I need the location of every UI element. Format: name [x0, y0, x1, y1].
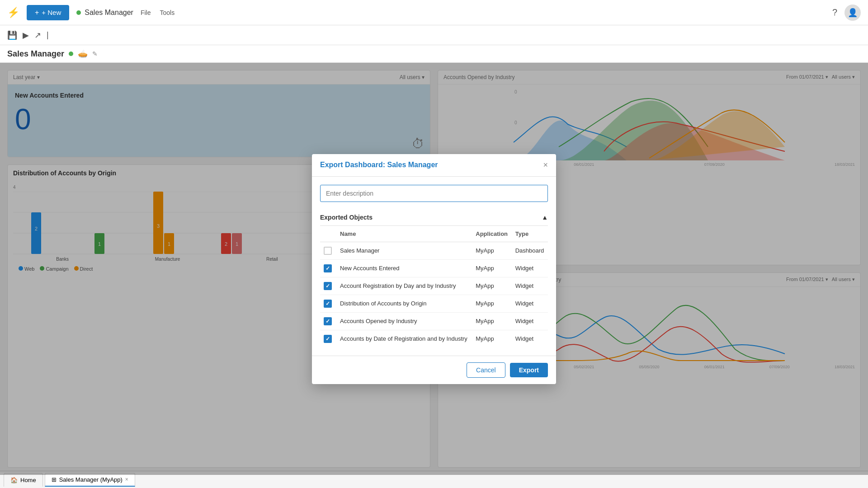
- dashboard-name: Sales Manager: [85, 9, 133, 17]
- object-type: Dashboard: [512, 242, 548, 259]
- tab-app-icon: ⊞: [52, 476, 57, 483]
- topbar: ⚡ + + New Sales Manager File Tools ? 👤: [0, 0, 868, 25]
- page-status-dot: [69, 52, 73, 56]
- object-checkbox-4[interactable]: [324, 317, 332, 325]
- logo-icon: ⚡: [7, 7, 19, 19]
- toolbar2: 💾 ▶ ↗ |: [0, 25, 868, 45]
- tab-close-icon[interactable]: ×: [125, 476, 128, 483]
- object-name: Account Registration by Day and by Indus…: [336, 277, 472, 295]
- object-application: MyApp: [472, 330, 511, 347]
- new-button[interactable]: + + New: [27, 5, 69, 20]
- nav-menu: File Tools: [141, 9, 175, 16]
- object-type: Widget: [512, 259, 548, 277]
- tools-menu[interactable]: Tools: [160, 9, 175, 16]
- save-icon[interactable]: 💾: [7, 30, 17, 40]
- main-grid: Last year ▾ All users ▾ New Accounts Ent…: [0, 63, 868, 475]
- col-application: Application: [472, 226, 511, 242]
- object-name: Accounts by Date of Registration and by …: [336, 330, 472, 347]
- modal-body: Exported Objects ▲ Name Application Type: [312, 177, 556, 356]
- object-application: MyApp: [472, 277, 511, 295]
- object-type: Widget: [512, 312, 548, 330]
- object-checkbox-1[interactable]: [324, 264, 332, 272]
- export-button[interactable]: Export: [510, 363, 548, 377]
- table-row: Distribution of Accounts by OriginMyAppW…: [320, 295, 548, 312]
- pie-chart-icon: 🥧: [78, 49, 88, 59]
- table-row: Sales ManagerMyAppDashboard: [320, 242, 548, 259]
- modal-title: Export Dashboard: Sales Manager: [320, 161, 438, 169]
- object-application: MyApp: [472, 242, 511, 259]
- object-name: New Accounts Entered: [336, 259, 472, 277]
- modal-header: Export Dashboard: Sales Manager ×: [312, 154, 556, 177]
- modal-overlay: Export Dashboard: Sales Manager × Export…: [0, 63, 868, 475]
- page-title: Sales Manager: [7, 49, 64, 59]
- object-application: MyApp: [472, 259, 511, 277]
- exported-objects-header: Exported Objects ▲: [320, 209, 548, 226]
- home-icon: 🏠: [10, 477, 18, 483]
- topbar-right: ? 👤: [832, 5, 861, 21]
- exported-objects-label: Exported Objects: [320, 214, 373, 221]
- objects-table: Name Application Type Sales ManagerMyApp…: [320, 226, 548, 347]
- object-name: Distribution of Accounts by Origin: [336, 295, 472, 312]
- col-type: Type: [512, 226, 548, 242]
- tab-home-label: Home: [20, 477, 36, 483]
- object-checkbox-3[interactable]: [324, 300, 332, 308]
- status-dot: [76, 10, 81, 15]
- modal-close-button[interactable]: ×: [543, 160, 548, 170]
- tab-home[interactable]: 🏠 Home: [4, 473, 43, 487]
- object-checkbox-5[interactable]: [324, 335, 332, 343]
- object-application: MyApp: [472, 312, 511, 330]
- new-label: + New: [42, 9, 61, 16]
- object-type: Widget: [512, 330, 548, 347]
- object-name: Sales Manager: [336, 242, 472, 259]
- chevron-up-icon[interactable]: ▲: [542, 214, 548, 221]
- edit-icon: ✎: [92, 50, 98, 57]
- description-input[interactable]: [320, 185, 548, 202]
- object-name: Accounts Opened by Industry: [336, 312, 472, 330]
- file-menu[interactable]: File: [141, 9, 151, 16]
- object-checkbox-0[interactable]: [324, 247, 332, 255]
- object-type: Widget: [512, 277, 548, 295]
- dashboard-title-header: Sales Manager: [76, 9, 133, 17]
- tab-sales-manager[interactable]: ⊞ Sales Manager (MyApp) ×: [45, 473, 135, 487]
- table-row: Accounts Opened by IndustryMyAppWidget: [320, 312, 548, 330]
- object-type: Widget: [512, 295, 548, 312]
- page-title-bar: Sales Manager 🥧 ✎: [0, 45, 868, 63]
- col-name: Name: [336, 226, 472, 242]
- table-row: Account Registration by Day and by Indus…: [320, 277, 548, 295]
- cancel-button[interactable]: Cancel: [467, 362, 505, 378]
- export-icon[interactable]: ↗: [34, 30, 41, 40]
- modal-footer: Cancel Export: [312, 356, 556, 384]
- export-modal: Export Dashboard: Sales Manager × Export…: [312, 154, 556, 384]
- col-checkbox: [320, 226, 336, 242]
- play-icon[interactable]: ▶: [23, 30, 29, 40]
- table-row: New Accounts EnteredMyAppWidget: [320, 259, 548, 277]
- exported-objects-section: Exported Objects ▲ Name Application Type: [320, 209, 548, 347]
- avatar: 👤: [844, 5, 861, 21]
- object-checkbox-2[interactable]: [324, 282, 332, 290]
- help-icon[interactable]: ?: [832, 7, 837, 18]
- plus-icon: +: [35, 9, 39, 17]
- tab-sales-label: Sales Manager (MyApp): [59, 476, 123, 483]
- separator: |: [47, 30, 49, 40]
- object-application: MyApp: [472, 295, 511, 312]
- table-row: Accounts by Date of Registration and by …: [320, 330, 548, 347]
